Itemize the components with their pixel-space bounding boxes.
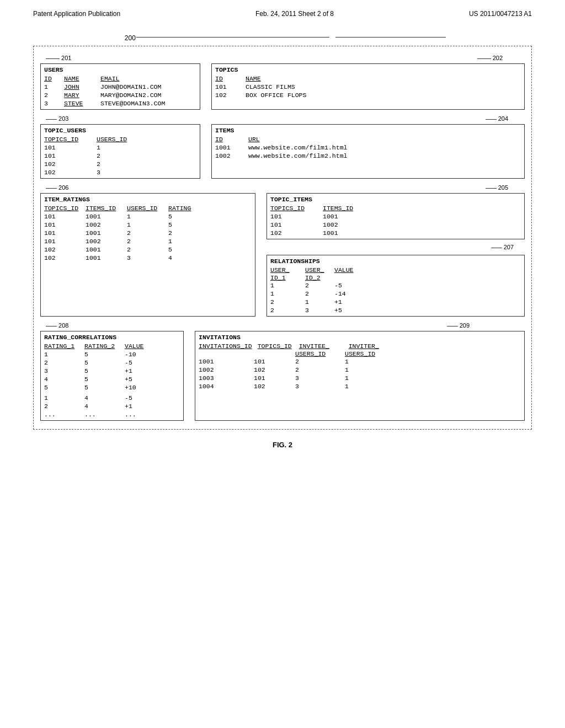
items-row-2: 1002 www.website.com/film2.html <box>212 152 524 162</box>
inv-row-2: 1002 102 2 1 <box>195 366 524 374</box>
ti-row-3: 102 1001 <box>267 229 524 239</box>
mid-row: TOPIC_USERS TOPICS_ID USERS_ID 101 1 101… <box>40 124 525 179</box>
users-table: USERS ID NAME EMAIL 1 JOHN JOHN@DOMAIN1.… <box>40 63 200 110</box>
users-r3-id: 3 <box>44 100 55 107</box>
topics-row-2: 102 BOX OFFICE FLOPS <box>212 91 524 101</box>
label-201: 201 <box>40 55 129 61</box>
items-row-1: 1001 www.website.com/film1.html <box>212 143 524 152</box>
inv-col-invitee: INVITEE_ <box>299 342 343 350</box>
users-r1-id: 1 <box>44 83 55 90</box>
topic-users-header: TOPICS_ID USERS_ID <box>41 135 200 143</box>
items-r2-id: 1002 <box>215 152 237 159</box>
ir-title: ITEM_RATINGS <box>41 194 255 204</box>
label-202: 202 <box>477 55 525 61</box>
rc-row-8: ... ... ... <box>41 410 183 420</box>
rel-title: RELATIONSHIPS <box>267 255 524 266</box>
tu-r1-uid: 1 <box>97 144 100 151</box>
page-header: Patent Application Publication Feb. 24, … <box>0 0 565 23</box>
label-205: 205 <box>486 184 525 191</box>
rc-row-7: 2 4 +1 <box>41 402 183 410</box>
rel-col-val: VALUE <box>334 266 354 274</box>
rc-header: RATING_1 RATING_2 VALUE <box>41 342 183 350</box>
inv-col-inviter: INVITER_ <box>349 342 379 350</box>
topics-r1-id: 101 <box>215 83 234 90</box>
topics-header: ID NAME <box>212 74 524 83</box>
tu-r3-tid: 102 <box>44 160 86 168</box>
users-row-3: 3 STEVE STEVE@DOMAIN3.COM <box>41 99 200 109</box>
outer-diagram-box: 201 202 USERS ID NAME EMAIL 1 JOHN <box>33 46 532 430</box>
figure-caption: FIG. 2 <box>33 441 532 449</box>
tu-row-4: 102 3 <box>41 168 200 178</box>
topics-title: TOPICS <box>212 64 524 74</box>
rc-row-6: 1 4 -5 <box>41 394 183 402</box>
topics-r2-name: BOX OFFICE FLOPS <box>246 92 306 99</box>
users-title: USERS <box>41 64 200 74</box>
inv-col-topics: TOPICS_ID <box>258 342 294 350</box>
main-content: 200 201 202 USERS ID NAME <box>0 23 565 460</box>
rel-row-1: 1 2 -5 <box>267 281 524 290</box>
label-200: 200 <box>125 34 136 42</box>
items-r1-id: 1001 <box>215 144 237 151</box>
items-col-id: ID <box>215 136 237 143</box>
items-title: ITEMS <box>212 125 524 135</box>
header-left: Patent Application Publication <box>33 10 120 18</box>
ir-row-4: 101 1002 2 1 <box>41 237 255 245</box>
items-col-url: URL <box>248 136 260 143</box>
label-203: 203 <box>40 115 129 122</box>
label-row-201-202: 201 202 <box>40 55 525 61</box>
ir-col-topics-id: TOPICS_ID <box>44 205 80 212</box>
ti-title: TOPIC_ITEMS <box>267 194 524 204</box>
label-206: 206 <box>40 184 129 191</box>
topics-r2-id: 102 <box>215 92 234 99</box>
label-204: 204 <box>486 115 525 122</box>
label-207: 207 <box>266 244 525 250</box>
inv-subheader: USERS_ID USERS_ID <box>195 350 524 357</box>
users-r3-email: STEVE@DOMAIN3.COM <box>100 100 165 107</box>
bottom-row: RATING_CORRELATIONS RATING_1 RATING_2 VA… <box>40 331 525 421</box>
ir-row-5: 102 1001 2 5 <box>41 245 255 254</box>
inv-row-3: 1003 101 3 1 <box>195 374 524 382</box>
rc-title: RATING_CORRELATIONS <box>41 331 183 342</box>
rc-col-val: VALUE <box>125 342 144 350</box>
ir-col-rating: RATING <box>168 205 191 212</box>
tu-r4-uid: 3 <box>97 169 100 176</box>
tu-col-users-id: USERS_ID <box>97 136 127 143</box>
invitations-table: INVITATIONS INVITATIONS_ID TOPICS_ID INV… <box>195 331 525 421</box>
users-row-2: 2 MARY MARY@DOMAIN2.COM <box>41 91 200 99</box>
tu-row-3: 102 2 <box>41 160 200 168</box>
relationships-table: RELATIONSHIPS USER_ USER_ VALUE ID_1 ID_… <box>266 255 525 317</box>
inv-title: INVITATIONS <box>195 331 524 342</box>
rel-row-4: 2 3 +5 <box>267 306 524 316</box>
ir-row-1: 101 1001 1 5 <box>41 212 255 221</box>
rc-col-r1: RATING_1 <box>44 342 80 350</box>
users-r2-name: MARY <box>64 92 92 99</box>
label-208: 208 <box>40 322 129 329</box>
label-200-area: 200 <box>33 34 532 42</box>
ir-row-3: 101 1001 2 2 <box>41 229 255 237</box>
topics-table: TOPICS ID NAME 101 CLASSIC FILMS 102 BOX… <box>211 63 525 110</box>
tu-r4-tid: 102 <box>44 169 86 176</box>
item-ratings-table: ITEM_RATINGS TOPICS_ID ITEMS_ID USERS_ID… <box>40 193 255 317</box>
inv-col-id: INVITATIONS_ID <box>199 342 252 350</box>
tu-row-2: 101 2 <box>41 152 200 160</box>
ti-row-1: 101 1001 <box>267 212 524 221</box>
topics-r1-name: CLASSIC FILMS <box>246 83 295 90</box>
tu-r2-uid: 2 <box>97 152 100 159</box>
ti-row-2: 101 1002 <box>267 221 524 229</box>
label-209: 209 <box>447 322 525 329</box>
inv-header: INVITATIONS_ID TOPICS_ID INVITEE_ INVITE… <box>195 342 524 350</box>
users-r1-name: JOHN <box>64 83 92 90</box>
rel-header: USER_ USER_ VALUE <box>267 266 524 274</box>
rc-row-4: 4 5 +5 <box>41 375 183 383</box>
rel-row-2: 1 2 -14 <box>267 290 524 298</box>
items-r1-url: www.website.com/film1.html <box>248 144 347 151</box>
header-right: US 2011/0047213 A1 <box>469 10 532 18</box>
lower-row: ITEM_RATINGS TOPICS_ID ITEMS_ID USERS_ID… <box>40 193 525 317</box>
items-header: ID URL <box>212 135 524 143</box>
ir-row-6: 102 1001 3 4 <box>41 254 255 264</box>
topic-users-table: TOPIC_USERS TOPICS_ID USERS_ID 101 1 101… <box>40 124 200 179</box>
items-table: ITEMS ID URL 1001 www.website.com/film1.… <box>211 124 525 179</box>
ti-col-topics: TOPICS_ID <box>270 205 312 212</box>
users-r3-name: STEVE <box>64 100 92 107</box>
rc-col-r2: RATING_2 <box>84 342 120 350</box>
